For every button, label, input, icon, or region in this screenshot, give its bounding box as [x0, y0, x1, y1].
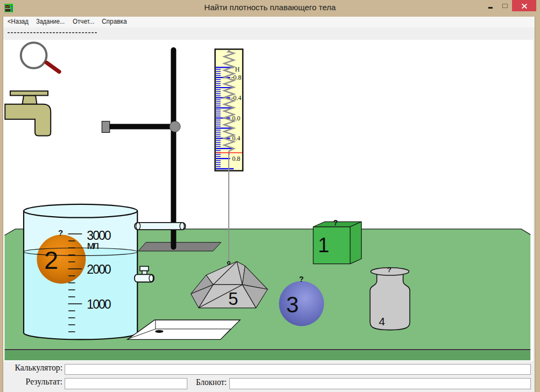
svg-text:1000: 1000	[87, 297, 111, 311]
svg-text:?: ?	[58, 228, 63, 237]
svg-text:H: H	[235, 66, 240, 73]
svg-text:2: 2	[44, 246, 58, 274]
svg-text:4: 4	[379, 315, 385, 327]
svg-text:?: ?	[387, 266, 391, 274]
svg-text:0.4: 0.4	[232, 134, 240, 142]
svg-text:5: 5	[228, 289, 238, 309]
svg-text:-0.8: -0.8	[231, 74, 241, 81]
svg-text:0.0: 0.0	[232, 115, 240, 122]
svg-text:?: ?	[299, 275, 304, 283]
svg-text:1: 1	[318, 234, 329, 256]
svg-text:?: ?	[333, 218, 338, 227]
svg-text:-0.4: -0.4	[231, 94, 241, 102]
svg-text:3: 3	[286, 292, 299, 317]
svg-text:мл: мл	[87, 239, 100, 251]
svg-text:0.8: 0.8	[232, 155, 240, 162]
svg-text:2000: 2000	[87, 262, 111, 276]
